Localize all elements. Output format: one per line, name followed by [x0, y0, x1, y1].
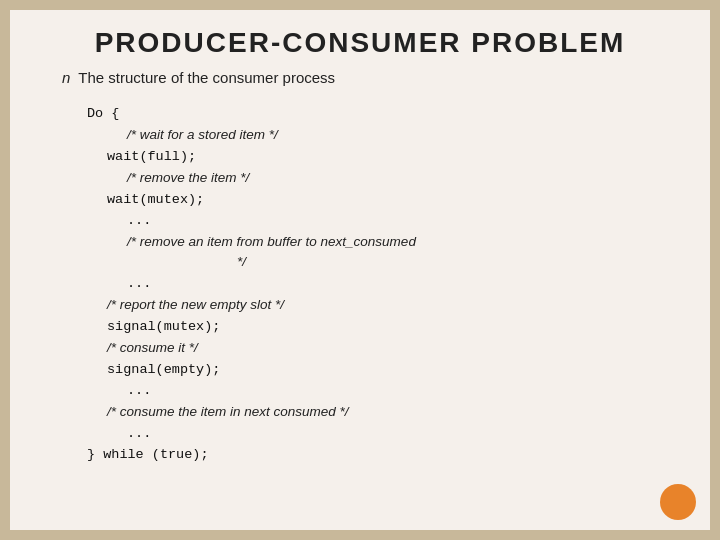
- code-line-13: ...: [127, 381, 688, 402]
- code-line-8: ...: [127, 274, 688, 295]
- slide-container: Producer-Consumer Problem n The structur…: [0, 0, 720, 540]
- border-bottom: [2, 530, 718, 538]
- code-line-1: Do {: [87, 104, 688, 125]
- slide-title: Producer-Consumer Problem: [32, 27, 688, 59]
- border-top: [2, 2, 718, 10]
- orange-dot-decoration: [660, 484, 696, 520]
- code-line-3: wait(full);: [107, 147, 688, 168]
- code-line-2: /* wait for a stored item */: [127, 125, 688, 147]
- code-line-11: /* consume it */: [107, 338, 688, 360]
- code-line-16: } while (true);: [87, 445, 688, 466]
- code-line-9: /* report the new empty slot */: [107, 295, 688, 317]
- content-area: Producer-Consumer Problem n The structur…: [32, 27, 688, 466]
- border-right: [710, 2, 718, 538]
- code-line-5: wait(mutex);: [107, 190, 688, 211]
- code-line-6: ...: [127, 211, 688, 232]
- code-block: Do { /* wait for a stored item */ wait(f…: [87, 104, 688, 466]
- subtitle-bullet: n: [62, 69, 70, 86]
- code-line-15: ...: [127, 424, 688, 445]
- code-line-4: /* remove the item */: [127, 168, 688, 190]
- code-line-14: /* consume the item in next consumed */: [107, 402, 688, 424]
- code-line-10: signal(mutex);: [107, 317, 688, 338]
- code-line-7: /* remove an item from buffer to next_co…: [127, 232, 688, 253]
- border-left: [2, 2, 10, 538]
- code-line-12: signal(empty);: [107, 360, 688, 381]
- subtitle-text: The structure of the consumer process: [78, 69, 335, 86]
- slide-subtitle: n The structure of the consumer process: [62, 69, 688, 86]
- code-line-7-end: */: [87, 252, 688, 274]
